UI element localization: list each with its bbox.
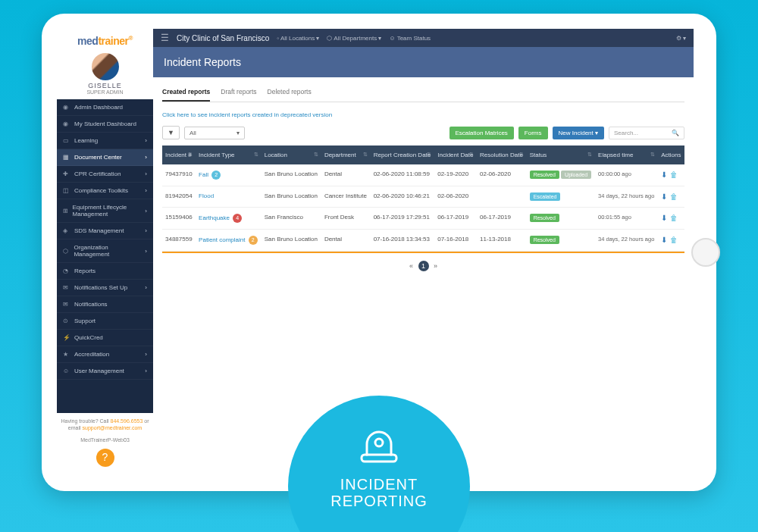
delete-icon[interactable]: 🗑	[670, 236, 678, 244]
svg-rect-1	[362, 455, 396, 462]
sidebar-item-user-management[interactable]: ☺User Management›	[57, 363, 153, 380]
sidebar-item-label: QuickCred	[74, 334, 103, 341]
sidebar-item-cpr-certification[interactable]: ✚CPR Certification›	[57, 166, 153, 183]
help-fab-button[interactable]: ?	[96, 449, 114, 467]
col-elapsed-time[interactable]: Elapsed time	[595, 146, 658, 164]
cell-status: Resolved	[527, 208, 595, 230]
topbar-filter-departments[interactable]: ⬡ All Departments ▾	[327, 35, 381, 42]
col-status[interactable]: Status	[527, 146, 595, 164]
incident-type-link[interactable]: Fall	[199, 171, 208, 178]
filter-select[interactable]: All▾	[184, 127, 245, 139]
escalation-matrices-button[interactable]: Escalation Matrices	[449, 127, 514, 139]
sidebar-item-quickcred[interactable]: ⚡QuickCred	[57, 330, 153, 346]
table-row: 81942054 Flood San Bruno Location Cancer…	[162, 186, 684, 208]
col-report-creation-date[interactable]: Report Creation Date	[371, 146, 435, 164]
col-resolution-date[interactable]: Resolution Date	[477, 146, 527, 164]
sidebar-item-organization-management[interactable]: ⬡Organization Management›	[57, 239, 153, 263]
sidebar: medtrainer® GISELLE SUPER ADMIN ◉Admin D…	[57, 29, 153, 476]
promo-text: INCIDENT REPORTING	[330, 476, 428, 509]
col-incident-type[interactable]: Incident Type	[196, 146, 262, 164]
nav-icon: ☺	[63, 368, 70, 374]
topbar-filter-team[interactable]: ☺ Team Status	[389, 35, 431, 42]
cell-incident-type: Flood	[196, 186, 262, 208]
download-icon[interactable]: ⬇	[661, 236, 667, 244]
cell-department: Dental	[321, 230, 371, 252]
gear-icon[interactable]: ⚙ ▾	[676, 35, 686, 42]
pager-next[interactable]: »	[434, 262, 437, 270]
sidebar-item-label: Notifications Set Up	[74, 284, 127, 291]
sidebar-item-equipment-lifecycle-management[interactable]: ⊞Equipment Lifecycle Management›	[57, 199, 153, 223]
pager-page-1[interactable]: 1	[418, 261, 429, 271]
sidebar-item-notifications[interactable]: ✉Notifications	[57, 296, 153, 313]
nav-icon: ◉	[63, 104, 70, 111]
download-icon[interactable]: ⬇	[661, 171, 667, 179]
sidebar-item-my-student-dashboard[interactable]: ◉My Student Dashboard	[57, 116, 153, 133]
delete-icon[interactable]: 🗑	[670, 171, 678, 179]
search-input[interactable]: Search...🔍	[609, 127, 684, 139]
delete-icon[interactable]: 🗑	[670, 192, 678, 201]
cell-actions: ⬇🗑	[658, 186, 684, 208]
col-incident-date[interactable]: Incident Date	[434, 146, 477, 164]
tab-draft-reports[interactable]: Draft reports	[221, 88, 256, 102]
col-department[interactable]: Department	[321, 146, 371, 164]
pagination: « 1 »	[162, 253, 684, 279]
menu-icon[interactable]: ☰	[161, 33, 169, 43]
table-row: 79437910 Fall 2 San Bruno Location Denta…	[162, 164, 684, 186]
incident-type-link[interactable]: Earthquake	[199, 214, 230, 221]
logo-part2: trainer	[98, 35, 128, 47]
sidebar-item-label: My Student Dashboard	[74, 120, 136, 127]
nav-icon: ⚡	[63, 334, 70, 341]
forms-button[interactable]: Forms	[518, 127, 548, 139]
sidebar-item-document-center[interactable]: ▦Document Center›	[57, 149, 153, 166]
chevron-right-icon: ›	[145, 227, 147, 234]
incident-type-link[interactable]: Patient complaint	[199, 236, 245, 243]
tab-deleted-reports[interactable]: Deleted reports	[268, 88, 312, 102]
nav-icon: ✉	[63, 301, 70, 308]
sidebar-item-notifications-set-up[interactable]: ✉Notifications Set Up›	[57, 280, 153, 296]
promo-line-2: REPORTING	[330, 493, 428, 509]
incident-type-link[interactable]: Flood	[199, 192, 214, 199]
cell-location: San Bruno Location	[262, 164, 321, 186]
avatar[interactable]	[92, 53, 119, 80]
pager-prev[interactable]: «	[409, 262, 413, 270]
new-incident-button[interactable]: New Incident ▾	[553, 127, 604, 139]
tab-created-reports[interactable]: Created reports	[162, 88, 210, 102]
sidebar-item-support[interactable]: ⊙Support	[57, 313, 153, 330]
chevron-right-icon: ›	[145, 187, 147, 194]
sidebar-item-admin-dashboard[interactable]: ◉Admin Dashboard	[57, 99, 153, 116]
col-location[interactable]: Location	[262, 146, 321, 164]
sidebar-item-sds-management[interactable]: ◈SDS Management›	[57, 223, 153, 239]
logo: medtrainer®	[57, 29, 153, 50]
chevron-right-icon: ›	[145, 284, 147, 291]
sidebar-item-compliance-toolkits[interactable]: ◫Compliance Toolkits›	[57, 183, 153, 199]
sidebar-item-accreditation[interactable]: ★Accreditation›	[57, 346, 153, 363]
table-row: 15159406 Earthquake 4 San Francisco Fron…	[162, 208, 684, 230]
status-badge: Uploaded	[561, 171, 591, 179]
download-icon[interactable]: ⬇	[661, 192, 667, 201]
svg-point-0	[375, 439, 383, 446]
delete-icon[interactable]: 🗑	[670, 214, 678, 222]
deprecated-version-link[interactable]: Click here to see incident reports creat…	[162, 105, 684, 126]
cell-elapsed: 34 days, 22 hours ago	[595, 230, 658, 252]
chevron-right-icon: ›	[145, 368, 147, 374]
footer-phone-link[interactable]: 844.596.6553	[110, 418, 143, 424]
cell-elapsed: 34 days, 22 hours ago	[595, 186, 658, 208]
download-icon[interactable]: ⬇	[661, 214, 667, 222]
logo-part1: med	[77, 35, 98, 47]
filter-icon[interactable]: ▼	[162, 126, 180, 139]
siren-icon	[356, 423, 402, 470]
col-actions[interactable]: Actions	[658, 146, 684, 164]
footer-server: MedTrainerP-Web03	[60, 437, 150, 444]
cell-status: Resolved Uploaded	[527, 164, 595, 186]
status-badge: Resolved	[530, 236, 559, 244]
tablet-home-button[interactable]	[691, 238, 720, 267]
sidebar-item-label: Notifications	[74, 301, 108, 308]
cell-location: San Bruno Location	[262, 230, 321, 252]
count-badge: 2	[211, 171, 221, 180]
sidebar-item-reports[interactable]: ◔Reports	[57, 263, 153, 280]
col-incident-[interactable]: Incident #	[162, 146, 196, 164]
topbar-filter-locations[interactable]: ◦ All Locations ▾	[277, 35, 319, 42]
sidebar-item-learning[interactable]: ▭Learning›	[57, 133, 153, 149]
footer-email-link[interactable]: support@medtrainer.com	[82, 425, 142, 430]
page-title: Incident Reports	[153, 47, 694, 77]
